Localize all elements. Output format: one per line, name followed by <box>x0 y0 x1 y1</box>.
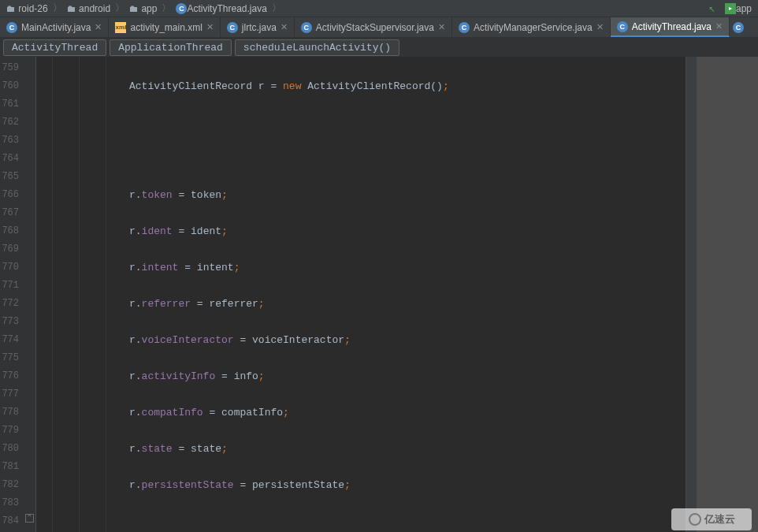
line-number[interactable]: 759 <box>0 59 19 77</box>
line-number[interactable]: 774 <box>0 331 19 349</box>
line-number[interactable]: 760 <box>0 77 19 95</box>
line-number[interactable]: 768 <box>0 222 19 240</box>
fold-toggle-icon[interactable]: ⌃ <box>25 514 34 523</box>
class-icon: C <box>176 3 187 14</box>
breadcrumb-label: roid-26 <box>18 3 47 14</box>
line-number[interactable]: 776 <box>0 367 19 385</box>
line-number[interactable]: 782 <box>0 476 19 494</box>
line-number[interactable]: 765 <box>0 168 19 186</box>
breadcrumb-item[interactable]: 🖿 app <box>126 3 160 14</box>
line-number[interactable]: 770 <box>0 259 19 277</box>
editor-tab-active[interactable]: C ActivityThread.java ✕ <box>611 17 730 37</box>
code-line[interactable]: r.referrer = referrer; <box>36 295 686 313</box>
editor-area: 759 760 761 762 763 764 765 766 767 768 … <box>0 57 758 532</box>
folder-icon: 🖿 <box>67 3 76 14</box>
code-line[interactable]: r.intent = intent; <box>36 259 686 277</box>
line-number[interactable]: 766 <box>0 186 19 204</box>
line-number[interactable]: 761 <box>0 95 19 113</box>
code-crumb[interactable]: ApplicationThread <box>110 39 232 56</box>
chevron-right-icon: 〉 <box>51 2 64 15</box>
tab-label: ActivityThread.java <box>632 21 712 32</box>
breadcrumb-item[interactable]: 🖿 android <box>64 3 113 14</box>
chevron-right-icon: 〉 <box>270 2 283 15</box>
close-icon[interactable]: ✕ <box>95 22 102 32</box>
folder-icon: 🖿 <box>6 3 16 14</box>
editor-tab[interactable]: C ActivityStackSupervisor.java ✕ <box>295 17 452 37</box>
run-config-selector[interactable]: app <box>722 3 755 14</box>
breadcrumb-item[interactable]: 🖿 roid-26 <box>3 3 51 14</box>
editor-tab[interactable]: C ActivityManagerService.java ✕ <box>452 17 611 37</box>
chevron-right-icon: 〉 <box>160 2 173 15</box>
line-number[interactable]: 779 <box>0 422 19 440</box>
tab-label: activity_main.xml <box>130 22 202 33</box>
code-line[interactable]: r.ident = ident; <box>36 222 686 240</box>
tab-label: MainActivity.java <box>21 22 91 33</box>
line-number[interactable]: 777 <box>0 385 19 404</box>
close-icon[interactable]: ✕ <box>596 22 604 32</box>
editor-tab-bar: C MainActivity.java ✕ xml activity_main.… <box>0 17 758 38</box>
code-line[interactable]: r.compatInfo = compatInfo; <box>36 404 686 422</box>
code-line[interactable]: r.state = state; <box>36 440 686 458</box>
breadcrumb-item[interactable]: CActivityThread.java <box>173 3 269 14</box>
line-number[interactable]: 781 <box>0 458 19 476</box>
watermark: 亿速云 <box>671 508 752 530</box>
code-line[interactable]: r.voiceInteractor = voiceInteractor; <box>36 331 686 349</box>
chevron-right-icon: 〉 <box>113 2 126 15</box>
watermark-text: 亿速云 <box>704 512 735 526</box>
line-number[interactable]: 762 <box>0 113 19 132</box>
line-number[interactable]: 764 <box>0 150 19 168</box>
tab-label: ActivityManagerService.java <box>474 22 593 33</box>
editor-tab[interactable]: C jlrtc.java ✕ <box>221 17 295 37</box>
code-line[interactable]: r.token = token; <box>36 186 686 204</box>
line-number[interactable]: 773 <box>0 313 19 331</box>
tab-label: ActivityStackSupervisor.java <box>316 22 434 33</box>
breadcrumb-label: ActivityThread.java <box>187 3 266 14</box>
class-icon: C <box>227 22 238 33</box>
code-line[interactable] <box>36 150 686 168</box>
close-icon[interactable]: ✕ <box>281 22 288 32</box>
code-breadcrumbs: ActivityThread ApplicationThread schedul… <box>0 38 758 57</box>
folder-icon: 🖿 <box>129 3 139 14</box>
line-number[interactable]: 772 <box>0 295 19 313</box>
code-line[interactable] <box>36 113 686 132</box>
android-run-icon <box>725 3 736 14</box>
code-line[interactable]: r.persistentState = persistentState; <box>36 476 686 494</box>
code-crumb[interactable]: scheduleLaunchActivity() <box>235 39 399 56</box>
breadcrumb-bar: 🖿 roid-26 〉 🖿 android 〉 🖿 app 〉 CActivit… <box>0 0 758 17</box>
line-number[interactable]: 778 <box>0 404 19 422</box>
line-number[interactable]: 775 <box>0 349 19 367</box>
back-icon[interactable]: ↖ <box>709 2 715 15</box>
line-number[interactable]: 780 <box>0 440 19 458</box>
close-icon[interactable]: ✕ <box>438 22 445 32</box>
editor-tab[interactable]: xml activity_main.xml ✕ <box>109 17 220 37</box>
class-icon: C <box>459 22 470 33</box>
fold-gutter[interactable]: ⌃ <box>24 57 36 532</box>
side-panel <box>697 57 758 532</box>
code-line[interactable]: r.activityInfo = info; <box>36 367 686 385</box>
code-crumb[interactable]: ActivityThread <box>3 39 106 56</box>
editor-tab[interactable]: C MainActivity.java ✕ <box>0 17 109 37</box>
editor-tab-partial[interactable]: C <box>730 17 747 37</box>
close-icon[interactable]: ✕ <box>206 22 214 32</box>
line-number-gutter[interactable]: 759 760 761 762 763 764 765 766 767 768 … <box>0 57 24 532</box>
breadcrumb-label: app <box>141 3 157 14</box>
class-icon: C <box>6 22 17 33</box>
line-number[interactable]: 763 <box>0 132 19 150</box>
scroll-marker-bar[interactable] <box>686 57 697 532</box>
code-line[interactable] <box>36 512 686 530</box>
class-icon: C <box>733 22 744 33</box>
line-number[interactable]: 771 <box>0 277 19 295</box>
close-icon[interactable]: ✕ <box>715 21 723 32</box>
class-icon: C <box>617 21 628 32</box>
class-icon: C <box>301 22 312 33</box>
code-editor[interactable]: ActivityClientRecord r = new ActivityCli… <box>36 57 686 532</box>
line-number[interactable]: 784 <box>0 512 19 530</box>
line-number[interactable]: 767 <box>0 204 19 222</box>
run-config-label: app <box>736 3 752 14</box>
line-number[interactable]: 783 <box>0 494 19 512</box>
watermark-logo-icon <box>689 513 701 526</box>
code-line[interactable]: ActivityClientRecord r = new ActivityCli… <box>36 77 686 95</box>
line-number[interactable]: 769 <box>0 240 19 259</box>
breadcrumb-label: android <box>79 3 110 14</box>
tab-label: jlrtc.java <box>242 22 277 33</box>
